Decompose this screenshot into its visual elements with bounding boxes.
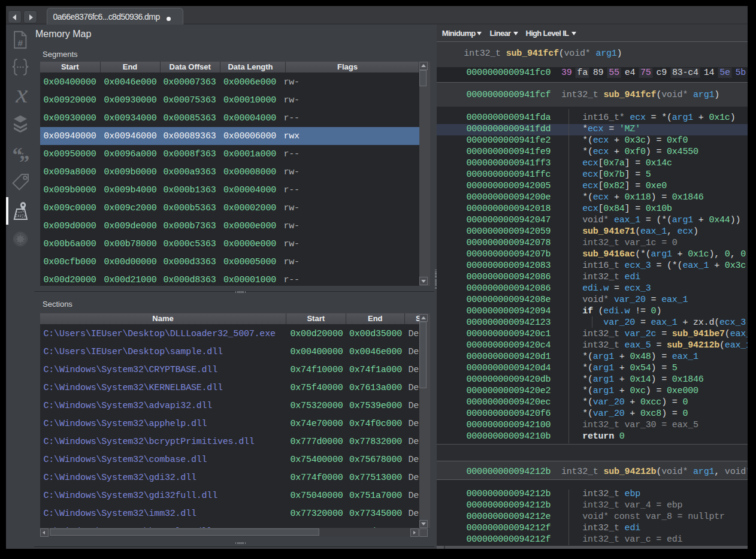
svg-text:#: # xyxy=(17,38,23,48)
svg-text:„: „ xyxy=(19,146,29,163)
svg-text:x: x xyxy=(15,85,28,105)
